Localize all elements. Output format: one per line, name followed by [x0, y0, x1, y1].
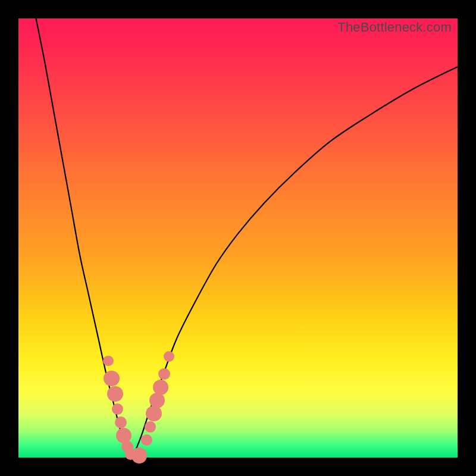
marker-dot: [158, 368, 170, 380]
marker-dot: [153, 380, 169, 396]
marker-dot: [107, 386, 123, 402]
marker-dot: [141, 434, 152, 446]
marker-dot: [115, 416, 126, 428]
marker-dot: [164, 351, 174, 362]
marker-dot: [149, 393, 165, 409]
marker-dot: [103, 356, 114, 367]
marker-dot: [112, 403, 123, 415]
data-markers: [18, 18, 458, 458]
marker-dot: [131, 447, 148, 464]
chart-frame: TheBottleneck.com: [0, 0, 476, 476]
plot-area: TheBottleneck.com: [18, 18, 458, 458]
marker-dot: [145, 421, 156, 433]
marker-dot: [104, 371, 120, 387]
marker-dot: [146, 406, 162, 422]
